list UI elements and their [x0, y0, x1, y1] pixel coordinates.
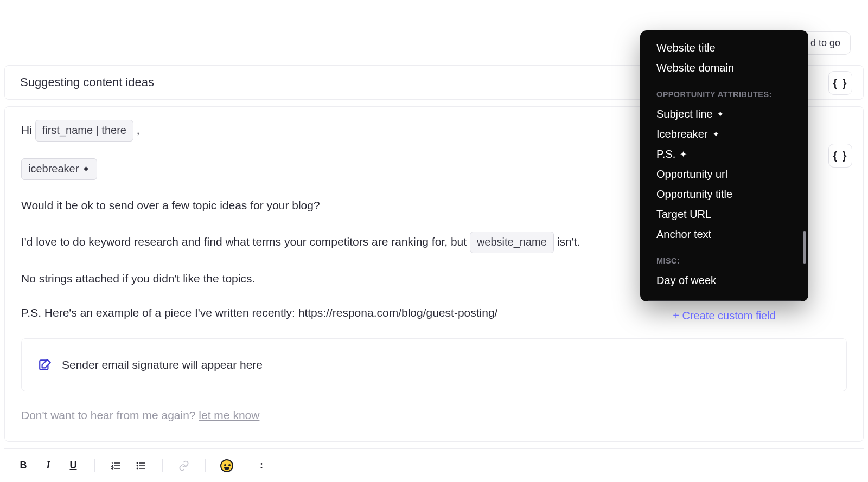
- chip-icebreaker-label: icebreaker: [28, 163, 79, 175]
- body-p2-pre: I'd love to do keyword research and find…: [21, 235, 470, 248]
- toolbar-separator: [94, 459, 95, 472]
- insert-variable-button-subject[interactable]: { }: [828, 71, 852, 95]
- subject-text[interactable]: Suggesting content ideas: [20, 75, 154, 89]
- variable-option[interactable]: Website domain: [640, 58, 808, 78]
- svg-point-5: [261, 467, 263, 468]
- sparkle-icon: ✦: [82, 164, 90, 174]
- svg-point-4: [261, 463, 263, 465]
- create-custom-field-button[interactable]: + Create custom field: [640, 301, 808, 332]
- unsubscribe-line: Don't want to hear from me again? let me…: [21, 407, 847, 425]
- svg-point-3: [137, 467, 138, 469]
- unordered-list-button[interactable]: [134, 459, 148, 473]
- editor-toolbar: B I U: [4, 448, 864, 482]
- emoji-icon: [220, 459, 233, 472]
- signature-box[interactable]: Sender email signature will appear here: [21, 338, 847, 392]
- variable-option[interactable]: Website title: [640, 38, 808, 58]
- underline-button[interactable]: U: [66, 459, 80, 473]
- variable-option[interactable]: Opportunity title: [640, 184, 808, 204]
- svg-point-2: [137, 465, 138, 466]
- dropdown-section-opportunity: OPPORTUNITY ATTRIBUTES:: [640, 78, 808, 104]
- toolbar-separator: [205, 459, 206, 472]
- chip-website-name[interactable]: website_name: [470, 232, 554, 253]
- chip-first-name[interactable]: first_name | there: [35, 120, 133, 142]
- chip-icebreaker[interactable]: icebreaker✦: [21, 158, 97, 180]
- svg-point-1: [137, 462, 138, 464]
- bold-button[interactable]: B: [16, 459, 30, 473]
- variable-option[interactable]: Anchor text: [640, 224, 808, 245]
- edit-signature-icon: [38, 358, 52, 372]
- variable-option[interactable]: Icebreaker✦: [640, 124, 808, 144]
- greeting-prefix: Hi: [21, 124, 35, 136]
- variable-option[interactable]: Target URL: [640, 204, 808, 224]
- emoji-button[interactable]: [220, 459, 234, 473]
- dropdown-scrollbar[interactable]: [803, 231, 806, 264]
- sparkle-icon: ✦: [680, 150, 687, 159]
- variables-dropdown: Website titleWebsite domain OPPORTUNITY …: [640, 30, 808, 301]
- sparkle-icon: ✦: [717, 110, 724, 119]
- insert-variable-button-body[interactable]: { }: [828, 144, 852, 168]
- unsubscribe-link[interactable]: let me know: [199, 409, 259, 421]
- variable-option[interactable]: Subject line✦: [640, 104, 808, 124]
- italic-button[interactable]: I: [41, 459, 55, 473]
- variable-option[interactable]: Day of week: [640, 271, 808, 291]
- signature-placeholder: Sender email signature will appear here: [62, 356, 263, 374]
- greeting-suffix: ,: [133, 124, 140, 136]
- dropdown-section-misc: MISC:: [640, 245, 808, 271]
- more-button[interactable]: [254, 459, 269, 473]
- sparkle-icon: ✦: [712, 130, 719, 139]
- variable-option[interactable]: P.S.✦: [640, 144, 808, 164]
- unsubscribe-lead: Don't want to hear from me again?: [21, 409, 199, 421]
- toolbar-separator: [162, 459, 163, 472]
- link-button[interactable]: [177, 459, 191, 473]
- variable-option[interactable]: Opportunity url: [640, 164, 808, 184]
- body-p2-post: isn't.: [554, 235, 580, 248]
- ordered-list-button[interactable]: [109, 459, 123, 473]
